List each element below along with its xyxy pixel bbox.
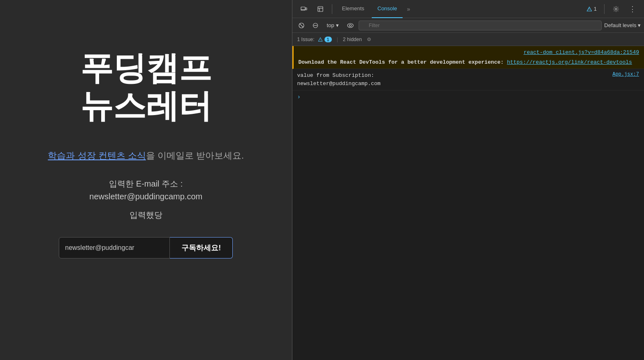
react-dom-file-link[interactable]: react-dom client.js?v=d84a68da:21549 (524, 49, 639, 55)
issues-gear-icon[interactable]: ⚙ (367, 37, 371, 42)
svg-point-12 (347, 23, 353, 28)
more-options-icon[interactable]: ⋮ (625, 2, 640, 16)
filter-wrapper: ⊿ (359, 21, 602, 30)
console-entry-warning: react-dom client.js?v=d84a68da:21549 Dow… (292, 46, 644, 69)
dropdown-chevron-icon: ▾ (336, 22, 339, 28)
devtools-topbar: Elements Console » ! 1 ⋮ (292, 0, 644, 18)
tab-more[interactable]: » (404, 6, 412, 12)
issues-label: 1 Issue: (297, 37, 315, 42)
console-toolbar: top ▾ ⊿ Default levels ▾ (292, 18, 644, 33)
issues-bar: 1 Issue: ! 1 | 2 hidden ⚙ (292, 33, 644, 46)
block-icon[interactable] (310, 20, 321, 31)
eye-icon[interactable] (345, 20, 356, 31)
console-log-text: value from Subscription: newsletter@pudd… (297, 72, 609, 88)
email-display-label: 입력한 E-mail 주소 : (109, 178, 183, 189)
context-label: top (327, 22, 334, 28)
subtitle-highlight: 학습과 성장 컨텐츠 소식 (48, 150, 146, 161)
inspect-icon[interactable] (313, 2, 328, 16)
console-prompt[interactable]: › (292, 90, 644, 104)
svg-rect-3 (318, 7, 323, 12)
app-jsx-link[interactable]: App.jsx:7 (612, 72, 639, 77)
console-chevron-icon: › (297, 94, 301, 100)
hidden-count: 2 hidden (343, 37, 362, 42)
email-display-value: newsletter@puddingcamp.com (89, 192, 202, 201)
clear-console-icon[interactable] (296, 20, 307, 31)
email-input[interactable] (59, 237, 170, 258)
app-subtitle: 학습과 성장 컨텐츠 소식을 이메일로 받아보세요. (48, 150, 244, 162)
default-levels-dropdown[interactable]: Default levels ▾ (604, 22, 641, 28)
svg-text:!: ! (320, 39, 320, 41)
issues-badge-button[interactable]: ! 1 (583, 2, 600, 16)
app-title: 푸딩캠프 뉴스레터 (23, 49, 269, 125)
subtitle-rest: 을 이메일로 받아보세요. (146, 150, 244, 161)
issues-badge: ! 1 (318, 37, 332, 42)
settings-icon[interactable] (609, 2, 623, 16)
subscribe-button[interactable]: 구독하세요! (170, 237, 233, 258)
tab-console[interactable]: Console (372, 0, 403, 18)
app-panel: 푸딩캠프 뉴스레터 학습과 성장 컨텐츠 소식을 이메일로 받아보세요. 입력한… (0, 0, 292, 360)
issues-count: 1 (324, 37, 332, 42)
tab-elements[interactable]: Elements (336, 0, 370, 18)
console-entry-log: value from Subscription: newsletter@pudd… (292, 69, 644, 90)
devtools-panel: Elements Console » ! 1 ⋮ (292, 0, 644, 360)
console-log-line2: newsletter@puddingcamp.com (297, 80, 609, 88)
console-entry-warning-text: react-dom client.js?v=d84a68da:21549 Dow… (299, 48, 639, 66)
react-devtools-link[interactable]: https://reactjs.org/link/react-devtools (507, 59, 632, 65)
issues-separator: | (337, 37, 338, 42)
topbar-separator-2 (604, 4, 605, 14)
filter-input[interactable] (359, 21, 602, 30)
svg-point-7 (615, 8, 617, 10)
svg-rect-1 (306, 8, 307, 10)
devtools-warning-bold: Download the React DevTools for a better… (299, 59, 507, 65)
status-text: 입력했당 (130, 210, 162, 221)
console-output: react-dom client.js?v=d84a68da:21549 Dow… (292, 46, 644, 360)
svg-line-9 (300, 24, 303, 27)
input-row: 구독하세요! (59, 237, 233, 258)
topbar-separator-1 (332, 4, 332, 14)
svg-text:!: ! (588, 8, 589, 11)
svg-point-13 (349, 24, 351, 26)
topbar-badge-count: 1 (594, 6, 597, 12)
device-toolbar-icon[interactable] (297, 2, 311, 16)
context-dropdown[interactable]: top ▾ (324, 21, 342, 29)
console-log-line1: value from Subscription: (297, 72, 609, 80)
